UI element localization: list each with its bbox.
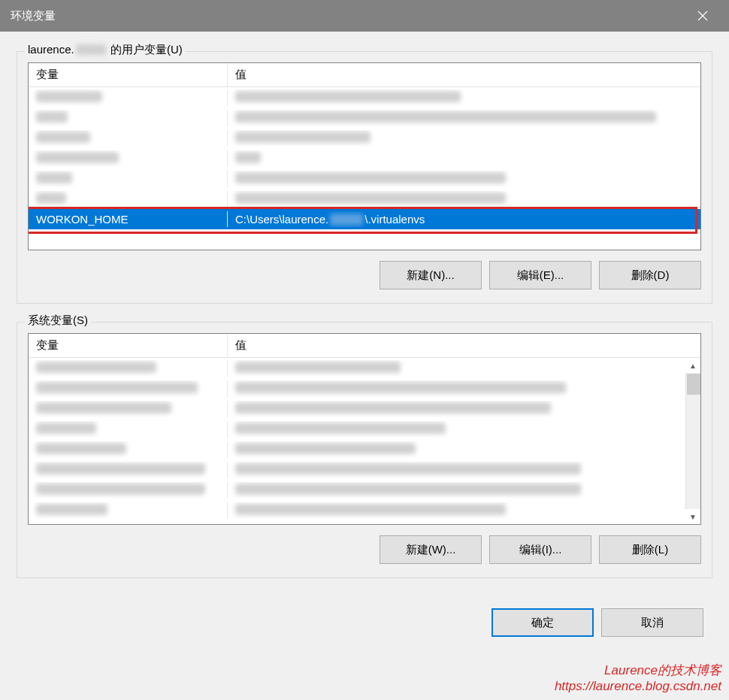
cancel-button[interactable]: 取消 xyxy=(601,608,703,637)
scroll-up-arrow[interactable]: ▲ xyxy=(685,358,700,373)
cell-value: C:\Users\laurence.\.virtualenvs xyxy=(228,211,700,227)
watermark-line1: Laurence的技术博客 xyxy=(555,662,721,678)
user-button-row: 新建(N)... 编辑(E)... 删除(D) xyxy=(28,261,701,289)
legend-suffix: 的用户变量(U) xyxy=(107,43,183,56)
table-row[interactable] xyxy=(29,108,700,128)
delete-user-var-button[interactable]: 删除(D) xyxy=(599,261,701,289)
watermark: Laurence的技术博客 https://laurence.blog.csdn… xyxy=(555,662,721,695)
system-group-legend: 系统变量(S) xyxy=(25,314,91,328)
legend-prefix: laurence. xyxy=(28,43,74,56)
edit-system-var-button[interactable]: 编辑(I)... xyxy=(489,535,591,564)
table-row[interactable] xyxy=(29,480,700,500)
table-row[interactable] xyxy=(29,439,700,459)
table-row-selected[interactable]: WORKON_HOME C:\Users\laurence.\.virtuale… xyxy=(29,209,700,229)
column-header-value[interactable]: 值 xyxy=(228,63,700,86)
dialog-button-row: 确定 取消 xyxy=(17,608,712,637)
window-title: 环境变量 xyxy=(11,9,56,23)
redacted-text xyxy=(76,44,106,55)
new-system-var-button[interactable]: 新建(W)... xyxy=(380,535,482,564)
user-group-legend: laurence. 的用户变量(U) xyxy=(25,43,186,57)
user-variables-list[interactable]: 变量 值 WORKON_HOME C:\Users\laurence.\.vir… xyxy=(28,62,701,250)
column-header-variable[interactable]: 变量 xyxy=(29,334,228,357)
new-user-var-button[interactable]: 新建(N)... xyxy=(380,261,482,289)
redacted-text xyxy=(330,214,363,226)
user-variables-group: laurence. 的用户变量(U) 变量 值 WORKON_HOME C: xyxy=(17,51,712,304)
table-row[interactable] xyxy=(29,500,700,520)
titlebar: 环境变量 xyxy=(0,0,729,32)
ok-button[interactable]: 确定 xyxy=(492,608,594,637)
table-row[interactable] xyxy=(29,128,700,148)
cell-variable: WORKON_HOME xyxy=(29,211,228,227)
table-row[interactable] xyxy=(29,378,700,398)
edit-user-var-button[interactable]: 编辑(E)... xyxy=(489,261,591,289)
table-row[interactable] xyxy=(29,87,700,108)
list-body: WORKON_HOME C:\Users\laurence.\.virtuale… xyxy=(29,87,700,229)
scroll-down-arrow[interactable]: ▼ xyxy=(685,509,700,524)
scrollbar-thumb[interactable] xyxy=(687,374,700,395)
system-button-row: 新建(W)... 编辑(I)... 删除(L) xyxy=(28,535,701,564)
scrollbar-track[interactable] xyxy=(685,373,700,509)
column-header-variable[interactable]: 变量 xyxy=(29,63,228,86)
list-header: 变量 值 xyxy=(29,63,700,87)
delete-system-var-button[interactable]: 删除(L) xyxy=(599,535,701,564)
close-icon xyxy=(697,11,708,21)
watermark-line2: https://laurence.blog.csdn.net xyxy=(555,678,721,694)
table-row[interactable] xyxy=(29,459,700,480)
table-row[interactable] xyxy=(29,189,700,209)
table-row[interactable] xyxy=(29,398,700,419)
system-variables-group: 系统变量(S) 变量 值 ▲ ▼ 新建(W)... xyxy=(17,322,712,578)
list-header: 变量 值 xyxy=(29,334,700,358)
table-row[interactable] xyxy=(29,148,700,168)
table-row[interactable] xyxy=(29,419,700,439)
table-row[interactable] xyxy=(29,168,700,189)
list-body xyxy=(29,358,700,520)
close-button[interactable] xyxy=(687,0,718,32)
dialog-content: laurence. 的用户变量(U) 变量 值 WORKON_HOME C: xyxy=(0,32,729,700)
table-row[interactable] xyxy=(29,358,700,378)
system-variables-list[interactable]: 变量 值 ▲ ▼ xyxy=(28,333,701,525)
column-header-value[interactable]: 值 xyxy=(228,334,700,357)
